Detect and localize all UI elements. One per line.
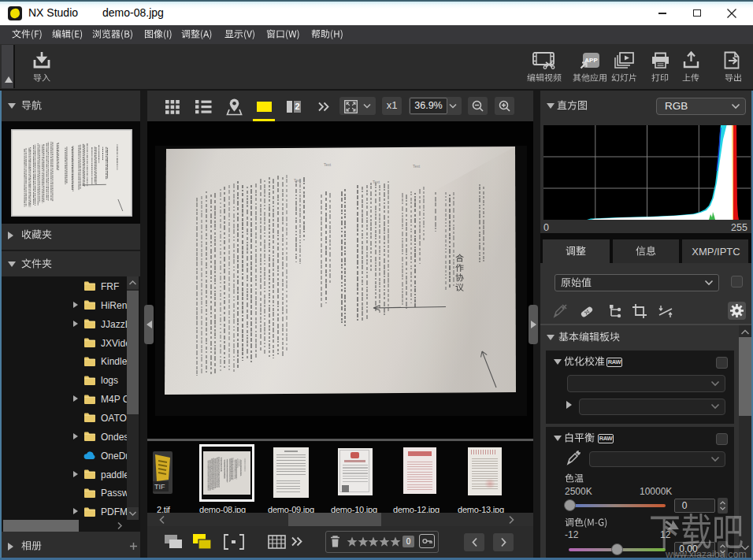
svg-text:Text: Text: [294, 178, 302, 183]
svg-text:Text: Text: [324, 162, 332, 167]
svg-text:Text: Text: [373, 180, 380, 184]
svg-text:TIF: TIF: [154, 483, 165, 491]
svg-text:Text: Text: [413, 164, 421, 169]
